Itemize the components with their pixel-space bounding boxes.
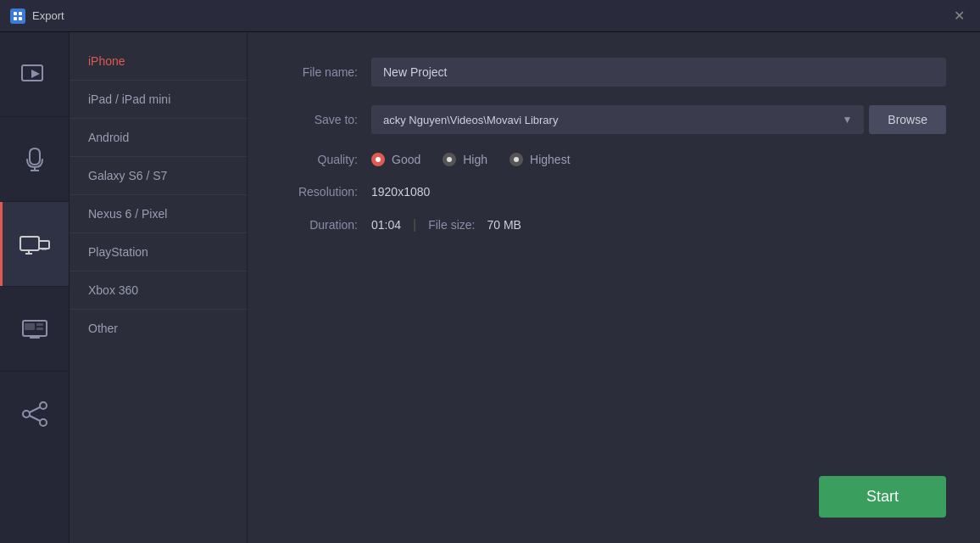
quality-good-radio[interactable] bbox=[371, 153, 385, 166]
close-button[interactable]: ✕ bbox=[949, 6, 970, 25]
quality-label: Quality: bbox=[281, 153, 358, 166]
bottom-actions: Start bbox=[281, 251, 946, 518]
divider: | bbox=[413, 217, 416, 232]
svg-point-19 bbox=[23, 411, 30, 417]
svg-point-20 bbox=[40, 419, 47, 426]
svg-rect-15 bbox=[25, 323, 35, 330]
quality-good-label: Good bbox=[392, 153, 420, 166]
quality-high-radio[interactable] bbox=[443, 153, 456, 166]
saveto-label: Save to: bbox=[281, 113, 358, 126]
quality-highest-label: Highest bbox=[530, 153, 570, 166]
window-title: Export bbox=[32, 9, 949, 22]
sidebar-item-tv[interactable] bbox=[0, 287, 69, 372]
sidebar-item-audio[interactable] bbox=[0, 117, 69, 202]
sidebar-icons bbox=[0, 32, 70, 543]
svg-rect-14 bbox=[30, 336, 40, 339]
svg-rect-0 bbox=[14, 12, 17, 15]
sidebar-item-devices[interactable] bbox=[0, 202, 69, 287]
submenu-item-iphone[interactable]: iPhone bbox=[70, 42, 247, 81]
svg-line-22 bbox=[30, 416, 40, 421]
app-icon bbox=[10, 8, 25, 24]
svg-rect-3 bbox=[19, 17, 22, 20]
saveto-container: acky Nguyen\Videos\Movavi Library ▼ Brow… bbox=[371, 105, 946, 134]
submenu-item-ipad[interactable]: iPad / iPad mini bbox=[70, 81, 247, 119]
quality-row: Quality: Good High Highest bbox=[281, 153, 946, 166]
quality-options: Good High Highest bbox=[371, 153, 571, 166]
submenu-item-playstation[interactable]: PlayStation bbox=[70, 233, 247, 272]
svg-rect-2 bbox=[14, 17, 17, 20]
submenu-item-galaxy[interactable]: Galaxy S6 / S7 bbox=[70, 157, 247, 195]
svg-point-18 bbox=[40, 402, 47, 409]
submenu-item-other[interactable]: Other bbox=[70, 310, 247, 347]
svg-rect-12 bbox=[42, 249, 47, 250]
submenu-item-xbox[interactable]: Xbox 360 bbox=[70, 272, 247, 310]
duration-value: 01:04 bbox=[371, 218, 401, 232]
submenu-item-android[interactable]: Android bbox=[70, 119, 247, 157]
quality-highest-option[interactable]: Highest bbox=[509, 153, 570, 166]
submenu: iPhone iPad / iPad mini Android Galaxy S… bbox=[70, 32, 248, 543]
duration-row: Duration: 01:04 | File size: 70 MB bbox=[281, 217, 946, 232]
svg-rect-8 bbox=[20, 237, 39, 250]
quality-good-option[interactable]: Good bbox=[371, 153, 420, 166]
filename-row: File name: bbox=[281, 58, 946, 87]
duration-info: 01:04 | File size: 70 MB bbox=[371, 217, 521, 232]
filename-input[interactable] bbox=[371, 58, 946, 87]
resolution-label: Resolution: bbox=[281, 185, 358, 199]
quality-high-option[interactable]: High bbox=[443, 153, 487, 166]
svg-rect-17 bbox=[36, 327, 43, 330]
quality-highest-radio[interactable] bbox=[509, 153, 523, 166]
sidebar-item-video[interactable] bbox=[0, 32, 69, 117]
svg-rect-1 bbox=[19, 12, 22, 15]
saveto-row: Save to: acky Nguyen\Videos\Movavi Libra… bbox=[281, 105, 946, 134]
dropdown-arrow-icon: ▼ bbox=[842, 114, 852, 126]
svg-line-21 bbox=[30, 407, 40, 412]
resolution-value: 1920x1080 bbox=[371, 185, 430, 199]
saveto-path[interactable]: acky Nguyen\Videos\Movavi Library ▼ bbox=[371, 105, 864, 134]
main-container: iPhone iPad / iPad mini Android Galaxy S… bbox=[0, 32, 980, 543]
quality-high-label: High bbox=[463, 153, 487, 166]
content-panel: File name: Save to: acky Nguyen\Videos\M… bbox=[248, 32, 980, 543]
svg-marker-5 bbox=[31, 70, 40, 78]
start-button[interactable]: Start bbox=[819, 476, 946, 518]
filesize-label: File size: bbox=[428, 218, 475, 232]
browse-button[interactable]: Browse bbox=[869, 105, 946, 134]
svg-rect-16 bbox=[36, 323, 43, 326]
sidebar-item-share[interactable] bbox=[0, 372, 69, 456]
saveto-path-text: acky Nguyen\Videos\Movavi Library bbox=[383, 114, 558, 126]
title-bar: Export ✕ bbox=[0, 0, 980, 32]
svg-rect-9 bbox=[39, 241, 49, 249]
filename-label: File name: bbox=[281, 65, 358, 79]
submenu-item-nexus[interactable]: Nexus 6 / Pixel bbox=[70, 195, 247, 233]
duration-label: Duration: bbox=[281, 218, 358, 232]
filesize-value: 70 MB bbox=[487, 218, 521, 232]
resolution-row: Resolution: 1920x1080 bbox=[281, 185, 946, 199]
